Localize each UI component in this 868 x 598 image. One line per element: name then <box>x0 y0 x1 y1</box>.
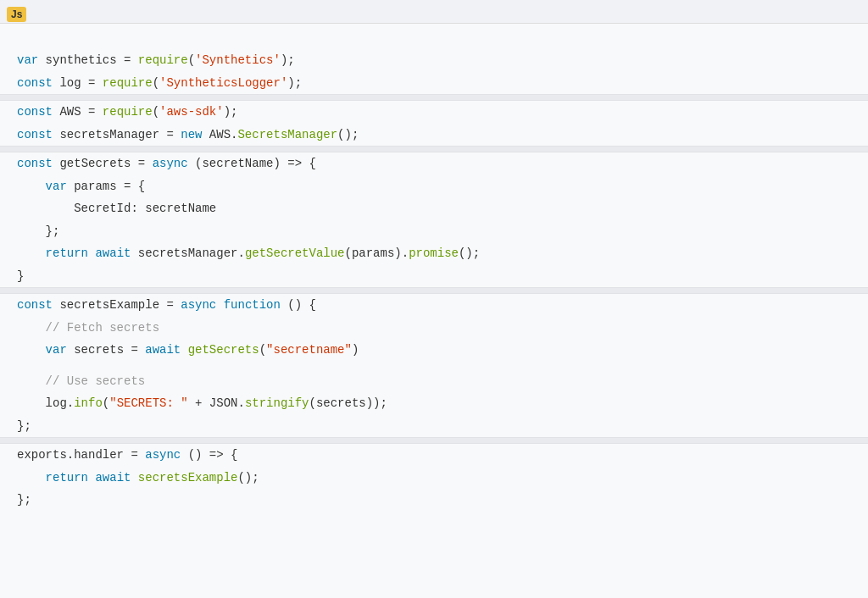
code-line: const getSecrets = async (secretName) =>… <box>0 152 868 175</box>
top-bar: Js <box>0 0 868 24</box>
code-line: exports.handler = async () => { <box>0 444 868 467</box>
code-line: var secrets = await getSecrets("secretna… <box>0 339 868 362</box>
code-line: var params = { <box>0 175 868 198</box>
code-line: }; <box>0 220 868 243</box>
js-badge: Js <box>7 7 26 22</box>
code-line: return await secretsManager.getSecretVal… <box>0 242 868 265</box>
code-line: SecretId: secretName <box>0 197 868 220</box>
code-area: var synthetics = require('Synthetics');c… <box>0 24 868 512</box>
code-line: const log = require('SyntheticsLogger'); <box>0 72 868 95</box>
code-line: // Fetch secrets <box>0 317 868 340</box>
code-line: // Use secrets <box>0 370 868 393</box>
code-line: var synthetics = require('Synthetics'); <box>0 49 868 72</box>
code-line: const secretsExample = async function ()… <box>0 294 868 317</box>
code-section-imports: var synthetics = require('Synthetics');c… <box>0 49 868 94</box>
code-line <box>0 362 868 370</box>
code-line: } <box>0 265 868 288</box>
code-line: }; <box>0 415 868 438</box>
section-divider <box>0 287 868 294</box>
code-section-handler: exports.handler = async () => { return a… <box>0 444 868 512</box>
section-divider <box>0 146 868 152</box>
code-line: }; <box>0 489 868 512</box>
code-container: Js var synthetics = require('Synthetics'… <box>0 0 868 598</box>
code-line: const secretsManager = new AWS.SecretsMa… <box>0 124 868 147</box>
code-section-get-secrets: const getSecrets = async (secretName) =>… <box>0 152 868 287</box>
code-line: const AWS = require('aws-sdk'); <box>0 101 868 124</box>
section-divider <box>0 437 868 444</box>
code-line: log.info("SECRETS: " + JSON.stringify(se… <box>0 392 868 415</box>
section-divider <box>0 94 868 101</box>
code-line: return await secretsExample(); <box>0 467 868 490</box>
code-section-aws-imports: const AWS = require('aws-sdk');const sec… <box>0 101 868 146</box>
code-section-secrets-example: const secretsExample = async function ()… <box>0 294 868 437</box>
